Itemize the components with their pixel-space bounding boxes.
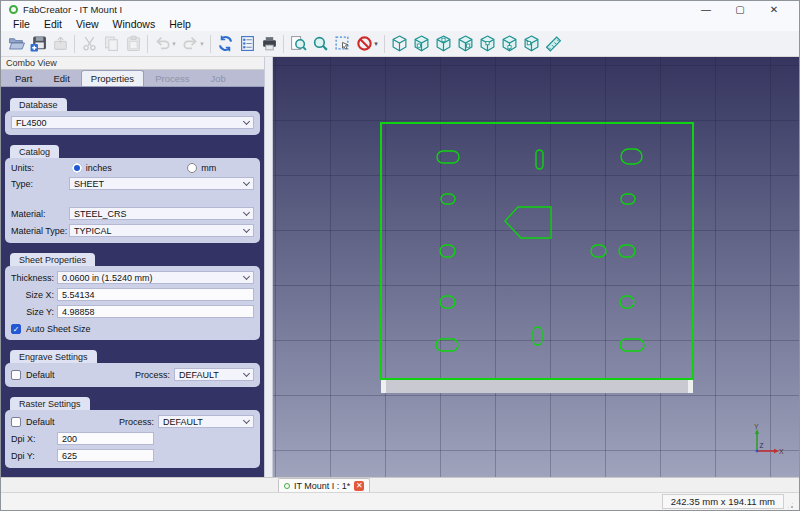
database-select[interactable]: FL4500 bbox=[11, 116, 254, 129]
output-icon[interactable] bbox=[258, 33, 280, 55]
sheet-hole[interactable] bbox=[441, 194, 455, 204]
radio-mm[interactable]: mm bbox=[187, 163, 216, 173]
material-select[interactable]: STEEL_CRS bbox=[69, 207, 254, 220]
view-rear-icon[interactable] bbox=[476, 33, 498, 55]
document-tab-bar: IT Mount I : 1* ✕ bbox=[1, 477, 799, 492]
tab-part[interactable]: Part bbox=[5, 70, 42, 86]
view-front-icon[interactable] bbox=[410, 33, 432, 55]
material-type-select[interactable]: TYPICAL bbox=[69, 224, 254, 237]
dpi-y-field[interactable] bbox=[57, 449, 154, 462]
export-icon bbox=[49, 33, 71, 55]
document-icon bbox=[284, 483, 290, 489]
sheet-hole[interactable] bbox=[436, 339, 458, 351]
zoom-icon[interactable] bbox=[309, 33, 331, 55]
sheet-hole[interactable] bbox=[619, 245, 635, 257]
dpi-x-label: Dpi X: bbox=[11, 434, 57, 444]
type-label: Type: bbox=[11, 179, 69, 189]
sheet-hole[interactable] bbox=[620, 296, 634, 308]
chevron-down-icon bbox=[243, 209, 250, 216]
window-title: FabCreator - IT Mount I bbox=[23, 4, 122, 15]
radio-button-icon bbox=[72, 163, 82, 173]
redo-icon: ▾ bbox=[179, 33, 207, 55]
sheet-drawing bbox=[273, 57, 799, 477]
maximize-button[interactable]: ▢ bbox=[723, 2, 757, 17]
view-axonometric-icon[interactable] bbox=[388, 33, 410, 55]
catalog-group-label: Catalog bbox=[10, 145, 59, 158]
dpi-y-label: Dpi Y: bbox=[11, 451, 57, 461]
zoom-fit-icon[interactable] bbox=[287, 33, 309, 55]
size-x-field[interactable] bbox=[57, 288, 254, 301]
close-button[interactable]: ✕ bbox=[757, 2, 791, 17]
view-left-icon[interactable] bbox=[520, 33, 542, 55]
sheet-hole[interactable] bbox=[591, 245, 606, 257]
tab-edit[interactable]: Edit bbox=[43, 70, 79, 86]
document-tab[interactable]: IT Mount I : 1* ✕ bbox=[278, 478, 370, 492]
auto-sheet-size-label: Auto Sheet Size bbox=[26, 324, 91, 334]
document-close-icon[interactable]: ✕ bbox=[354, 481, 364, 491]
sheet-hole[interactable] bbox=[533, 327, 542, 345]
sheet-hole[interactable] bbox=[437, 151, 459, 163]
menu-windows[interactable]: Windows bbox=[106, 18, 163, 30]
radio-inches[interactable]: inches bbox=[72, 163, 112, 173]
auto-sheet-size-checkbox[interactable]: ✓ bbox=[11, 324, 21, 334]
sheet-hole[interactable] bbox=[440, 296, 455, 308]
raster-process-select[interactable]: DEFAULT bbox=[158, 415, 254, 428]
size-y-field[interactable] bbox=[57, 305, 254, 318]
sheet-pentagon-cutout[interactable] bbox=[505, 207, 551, 238]
sheet-properties-group-label: Sheet Properties bbox=[10, 253, 95, 266]
material-label: Material: bbox=[11, 209, 69, 219]
raster-settings-group: Raster Settings Default Process: DEFAULT bbox=[5, 393, 260, 468]
sheet-hole[interactable] bbox=[620, 339, 644, 351]
minimize-button[interactable]: — bbox=[689, 2, 723, 17]
view-top-icon[interactable] bbox=[432, 33, 454, 55]
save-icon[interactable] bbox=[27, 33, 49, 55]
menu-help[interactable]: Help bbox=[162, 18, 198, 30]
axis-triad: Y X Z bbox=[745, 423, 785, 463]
engrave-process-select[interactable]: DEFAULT bbox=[174, 368, 254, 381]
open-icon[interactable] bbox=[5, 33, 27, 55]
toolbar-separator bbox=[210, 35, 211, 53]
toolbar-separator bbox=[384, 35, 385, 53]
axis-y-label: Y bbox=[754, 423, 759, 430]
menu-edit[interactable]: Edit bbox=[37, 18, 69, 30]
thickness-select[interactable]: 0.0600 in (1.5240 mm) bbox=[57, 271, 254, 284]
raster-default-checkbox[interactable] bbox=[11, 417, 21, 427]
sheet-hole[interactable] bbox=[440, 245, 455, 257]
type-value: SHEET bbox=[74, 179, 104, 189]
sheet-outline[interactable] bbox=[381, 123, 693, 379]
viewport-3d[interactable]: Y X Z bbox=[273, 57, 799, 477]
size-x-label: Size X: bbox=[11, 290, 57, 300]
menu-view[interactable]: View bbox=[69, 18, 106, 30]
raster-default-label: Default bbox=[26, 417, 55, 427]
sheet-hole[interactable] bbox=[621, 194, 635, 204]
menu-file[interactable]: File bbox=[6, 18, 37, 30]
box-select-icon[interactable] bbox=[331, 33, 353, 55]
undo-icon: ▾ bbox=[151, 33, 179, 55]
view-bottom-icon[interactable] bbox=[498, 33, 520, 55]
document-tab-label: IT Mount I : 1* bbox=[294, 481, 350, 491]
raster-process-label: Process: bbox=[119, 417, 154, 427]
job-list-icon[interactable] bbox=[236, 33, 258, 55]
view-right-icon[interactable] bbox=[454, 33, 476, 55]
type-select[interactable]: SHEET bbox=[69, 177, 254, 190]
radio-label: mm bbox=[201, 163, 216, 173]
tab-properties[interactable]: Properties bbox=[81, 70, 144, 86]
radio-label: inches bbox=[86, 163, 112, 173]
size-y-label: Size Y: bbox=[11, 307, 57, 317]
material-type-value: TYPICAL bbox=[74, 226, 112, 236]
disable-icon[interactable]: ▾ bbox=[353, 33, 381, 55]
cut-icon bbox=[78, 33, 100, 55]
material-value: STEEL_CRS bbox=[74, 209, 127, 219]
sheet-hole[interactable] bbox=[621, 149, 642, 164]
sheet-hole[interactable] bbox=[536, 150, 543, 169]
engrave-settings-group: Engrave Settings Default Process: DEFAUL… bbox=[5, 346, 260, 387]
toolbar-separator bbox=[74, 35, 75, 53]
sheet-properties-group: Sheet Properties Thickness: 0.0600 in (1… bbox=[5, 249, 260, 340]
dpi-x-field[interactable] bbox=[57, 432, 154, 445]
resize-grip-icon[interactable] bbox=[786, 501, 795, 510]
app-icon bbox=[9, 5, 18, 14]
refresh-icon[interactable] bbox=[214, 33, 236, 55]
measure-icon[interactable] bbox=[542, 33, 564, 55]
engrave-default-checkbox[interactable] bbox=[11, 370, 21, 380]
panel-splitter[interactable] bbox=[264, 57, 273, 477]
